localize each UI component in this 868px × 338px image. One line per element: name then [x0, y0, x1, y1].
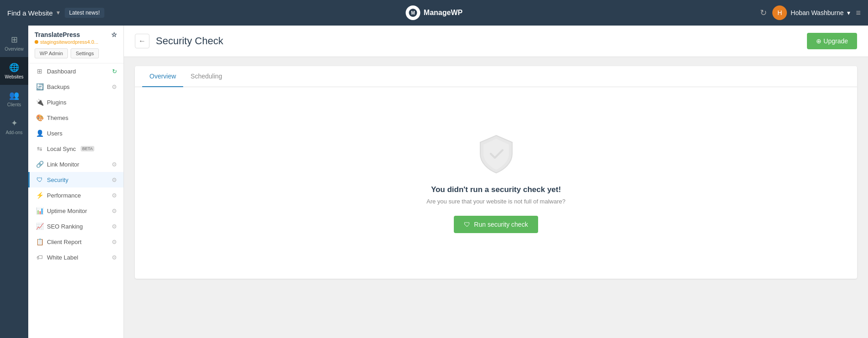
run-security-check-button[interactable]: 🛡 Run security check	[454, 216, 538, 233]
shield-icon	[478, 133, 514, 174]
nav-item-local-sync[interactable]: ⇆ Local Sync BETA	[28, 141, 123, 156]
user-menu[interactable]: H Hoban Washburne ▾	[772, 5, 850, 20]
local-sync-icon: ⇆	[36, 145, 43, 152]
clients-icon: 👥	[9, 90, 19, 100]
hamburger-icon[interactable]: ≡	[856, 8, 861, 18]
nav-item-seo-ranking[interactable]: 📈 SEO Ranking ⚙	[28, 218, 123, 234]
nav-themes-label: Themes	[47, 114, 68, 121]
main-content: ← Security Check ⊕ Upgrade Overview Sche…	[124, 26, 868, 338]
nav-backups-label: Backups	[47, 83, 70, 90]
sidebar-item-clients[interactable]: 👥 Clients	[0, 85, 28, 113]
sidebar-item-websites[interactable]: 🌐 Websites	[0, 57, 28, 85]
security-icon: 🛡	[36, 176, 43, 183]
avatar: H	[772, 5, 787, 20]
websites-icon: 🌐	[9, 62, 19, 73]
refresh-icon[interactable]: ↻	[760, 8, 767, 18]
overview-icon: ⊞	[11, 35, 18, 45]
find-website-selector[interactable]: Find a Website ▼	[7, 9, 61, 17]
back-button[interactable]: ←	[135, 34, 149, 48]
nav-dashboard-label: Dashboard	[47, 68, 76, 75]
nav-link-monitor-label: Link Monitor	[47, 161, 79, 168]
status-dot	[35, 40, 38, 44]
user-chevron: ▾	[847, 9, 850, 16]
svg-text:M: M	[411, 10, 415, 16]
users-icon: 👤	[36, 130, 43, 137]
nav-item-plugins-left: 🔌 Plugins	[36, 99, 67, 106]
sidebar-overview-label: Overview	[5, 47, 24, 52]
performance-gear-icon[interactable]: ⚙	[112, 192, 117, 199]
nav-item-performance[interactable]: ⚡ Performance ⚙	[28, 187, 123, 203]
nav-item-client-report[interactable]: 📋 Client Report ⚙	[28, 234, 123, 250]
backups-gear-icon[interactable]: ⚙	[112, 83, 117, 90]
themes-icon: 🎨	[36, 114, 43, 121]
nav-item-security[interactable]: 🛡 Security ⚙	[28, 172, 123, 187]
client-report-gear-icon[interactable]: ⚙	[112, 239, 117, 245]
nav-seo-ranking-label: SEO Ranking	[47, 223, 83, 230]
nav-item-link-monitor[interactable]: 🔗 Link Monitor ⚙	[28, 156, 123, 172]
sidebar-clients-label: Clients	[7, 102, 21, 107]
managewp-icon: M	[408, 8, 417, 17]
run-check-label: Run security check	[474, 221, 528, 228]
nav-item-backups-left: 🔄 Backups	[36, 83, 70, 90]
empty-state-subtitle: Are you sure that your website is not fu…	[426, 198, 565, 205]
topbar-right: ↻ H Hoban Washburne ▾ ≡	[742, 5, 861, 20]
backups-icon: 🔄	[36, 83, 43, 90]
nav-client-report-label: Client Report	[47, 239, 82, 245]
tab-scheduling[interactable]: Scheduling	[183, 66, 229, 87]
latest-news-badge[interactable]: Latest news!	[65, 8, 104, 18]
main-layout: ⊞ Overview 🌐 Websites 👥 Clients ✦ Add-on…	[0, 26, 868, 338]
sidebar-item-overview[interactable]: ⊞ Overview	[0, 29, 28, 57]
link-monitor-gear-icon[interactable]: ⚙	[112, 161, 117, 168]
nav-item-seo-ranking-left: 📈 SEO Ranking	[36, 223, 83, 230]
topbar-center: M ManageWP	[406, 5, 462, 20]
settings-button[interactable]: Settings	[71, 48, 99, 58]
site-name-text: TranslatePress	[35, 31, 80, 38]
nav-white-label-label: White Label	[47, 254, 78, 261]
empty-state-title: You didn't run a security check yet!	[431, 185, 561, 194]
shield-container	[478, 133, 514, 176]
site-url-text: stagingsitewordpress4.0...	[40, 39, 98, 45]
page-header-left: ← Security Check	[135, 34, 223, 48]
nav-item-uptime-monitor[interactable]: 📊 Uptime Monitor ⚙	[28, 203, 123, 218]
nav-uptime-monitor-label: Uptime Monitor	[47, 208, 87, 214]
sidebar-websites-label: Websites	[5, 74, 24, 79]
site-url: stagingsitewordpress4.0...	[35, 39, 117, 45]
icon-sidebar: ⊞ Overview 🌐 Websites 👥 Clients ✦ Add-on…	[0, 26, 28, 338]
beta-badge: BETA	[81, 146, 95, 151]
sidebar-item-addons[interactable]: ✦ Add-ons	[0, 113, 28, 140]
nav-item-performance-left: ⚡ Performance	[36, 192, 81, 199]
topbar: Find a Website ▼ Latest news! M ManageWP…	[0, 0, 868, 26]
nav-item-backups[interactable]: 🔄 Backups ⚙	[28, 79, 123, 94]
nav-item-users[interactable]: 👤 Users	[28, 125, 123, 141]
upgrade-button[interactable]: ⊕ Upgrade	[807, 33, 857, 49]
nav-item-link-monitor-left: 🔗 Link Monitor	[36, 161, 79, 168]
seo-ranking-gear-icon[interactable]: ⚙	[112, 223, 117, 230]
dashboard-icon: ⊞	[36, 68, 43, 75]
nav-item-dashboard[interactable]: ⊞ Dashboard ↻	[28, 63, 123, 79]
white-label-gear-icon[interactable]: ⚙	[112, 254, 117, 261]
plugins-icon: 🔌	[36, 99, 43, 106]
nav-item-white-label-left: 🏷 White Label	[36, 254, 78, 261]
logo-text: ManageWP	[424, 9, 462, 17]
nav-item-themes[interactable]: 🎨 Themes	[28, 110, 123, 125]
tab-overview[interactable]: Overview	[142, 66, 183, 87]
star-icon[interactable]: ☆	[111, 31, 117, 38]
dashboard-refresh-icon: ↻	[112, 68, 117, 75]
nav-users-label: Users	[47, 130, 62, 137]
main-card: Overview Scheduling You didn't run a sec…	[135, 66, 857, 279]
run-check-shield-icon: 🛡	[464, 221, 470, 228]
security-gear-icon[interactable]: ⚙	[112, 177, 117, 183]
nav-item-plugins[interactable]: 🔌 Plugins	[28, 94, 123, 110]
page-title: Security Check	[156, 35, 223, 47]
content-area: Overview Scheduling You didn't run a sec…	[124, 57, 868, 338]
tabs: Overview Scheduling	[135, 66, 857, 87]
link-monitor-icon: 🔗	[36, 161, 43, 168]
nav-item-security-left: 🛡 Security	[36, 176, 68, 183]
nav-item-white-label[interactable]: 🏷 White Label ⚙	[28, 250, 123, 265]
logo-icon: M	[406, 5, 420, 20]
find-website-chevron: ▼	[56, 10, 61, 16]
site-header: TranslatePress ☆ stagingsitewordpress4.0…	[28, 26, 123, 63]
wp-admin-button[interactable]: WP Admin	[35, 48, 68, 58]
uptime-monitor-gear-icon[interactable]: ⚙	[112, 208, 117, 214]
nav-item-local-sync-left: ⇆ Local Sync BETA	[36, 145, 94, 152]
